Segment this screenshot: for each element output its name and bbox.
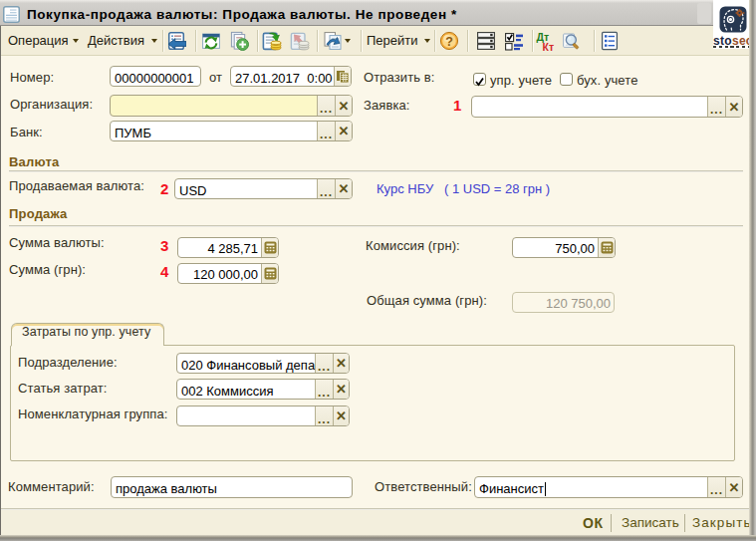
svg-text:Кт: Кт: [543, 41, 555, 51]
svg-text:?: ?: [445, 35, 453, 49]
